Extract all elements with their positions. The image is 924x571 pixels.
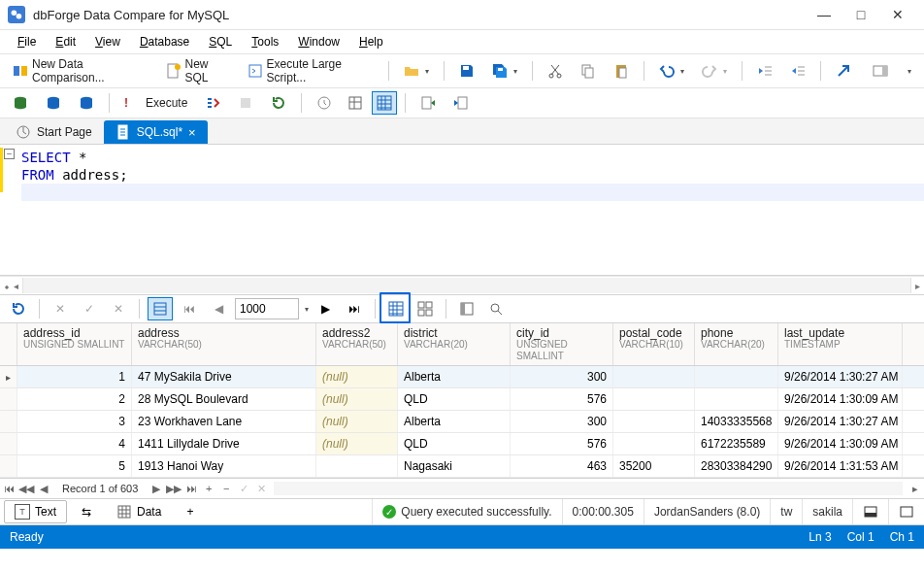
close-button[interactable]: ✕ (879, 0, 916, 29)
tab-start-page[interactable]: Start Page (4, 120, 104, 144)
col-address2[interactable]: address2 (322, 327, 391, 339)
table-row[interactable]: 323 Workhaven Lane(null)Alberta300140333… (0, 411, 924, 433)
view-grid-large-button[interactable] (372, 91, 397, 115)
execute-large-script-button[interactable]: Execute Large Script... (241, 58, 381, 84)
import-button[interactable] (446, 90, 476, 116)
table-row[interactable]: 228 MySQL Boulevard(null)QLD5769/26/2014… (0, 388, 924, 411)
toolbar-options-button[interactable]: ▾ (899, 58, 918, 84)
export-icon (420, 95, 436, 111)
btab-text[interactable]: T Text (4, 500, 67, 523)
menu-file[interactable]: File (8, 35, 46, 49)
menu-sql[interactable]: SQL (199, 35, 242, 49)
col-address_id[interactable]: address_id (23, 327, 125, 339)
btab-add[interactable]: + (176, 500, 204, 523)
debug-button[interactable]: ! (117, 90, 135, 116)
tab-close-button[interactable]: × (188, 125, 196, 140)
nav-prev-page[interactable]: ◀◀ (17, 480, 35, 497)
pivot-button[interactable] (454, 297, 479, 320)
cut-icon (547, 63, 563, 79)
compare-icon (13, 63, 28, 79)
run-3-button[interactable] (72, 90, 101, 116)
col-last_update[interactable]: last_update (784, 327, 896, 339)
page-size-input[interactable] (235, 298, 299, 319)
view-grid-small-button[interactable] (343, 91, 368, 115)
swap-icon: ⇆ (82, 505, 91, 519)
nav-next-page[interactable]: ▶▶ (165, 480, 182, 497)
stop-button[interactable] (231, 90, 260, 116)
nav-next[interactable]: ▶ (148, 480, 165, 497)
refresh-grid-button[interactable] (6, 297, 31, 320)
grid-view-button[interactable] (383, 297, 409, 320)
reject-edit-button[interactable]: ✕ (106, 297, 131, 320)
fold-marker[interactable]: − (4, 149, 15, 159)
col-phone[interactable]: phone (701, 327, 772, 339)
col-address[interactable]: address (138, 327, 310, 339)
redo-button[interactable]: ▾ (695, 58, 734, 84)
menu-help[interactable]: Help (349, 35, 393, 49)
editor-scroll-left[interactable]: ◂ (14, 281, 18, 291)
btab-swap[interactable]: ⇆ (71, 500, 102, 523)
find-button[interactable] (483, 297, 509, 320)
save-button[interactable] (452, 58, 481, 84)
table-row[interactable]: 41411 Lillydale Drive(null)QLD5766172235… (0, 433, 924, 455)
refresh-exec-button[interactable] (264, 90, 293, 116)
grid-scroll-right[interactable]: ▸ (907, 480, 924, 497)
col-district[interactable]: district (404, 327, 504, 339)
nav-del[interactable]: − (217, 480, 235, 497)
open-button[interactable]: ▾ (397, 58, 436, 84)
undo-button[interactable]: ▾ (652, 58, 691, 84)
cancel-edits-button[interactable]: ✕ (48, 297, 73, 320)
nav-ok[interactable]: ✓ (235, 480, 252, 497)
col-postal_code[interactable]: postal_code (619, 327, 688, 339)
hide-panel-button[interactable] (866, 58, 895, 84)
btab-data[interactable]: Data (106, 500, 172, 523)
paging-mode-button[interactable] (148, 297, 173, 320)
sql-editor[interactable]: − SELECT * FROM address; (0, 145, 924, 276)
tab-sql[interactable]: SQL.sql* × (104, 120, 208, 144)
nav-prev[interactable]: ◀ (35, 480, 52, 497)
menu-tools[interactable]: Tools (242, 35, 288, 49)
panel-toggle-1[interactable] (852, 499, 888, 524)
tab-sql-label: SQL.sql* (137, 125, 182, 139)
new-sql-button[interactable]: New SQL (159, 58, 237, 84)
paste-button[interactable] (607, 58, 636, 84)
editor-scroll-right[interactable]: ▸ (915, 281, 920, 291)
page-last-button[interactable]: ⏭ (342, 297, 367, 320)
grid-hscroll[interactable] (274, 482, 903, 495)
table-row[interactable]: 51913 Hanoi WayNagasaki46335200283033842… (0, 455, 924, 478)
maximize-button[interactable]: □ (842, 0, 879, 29)
nav-first[interactable]: ⏮ (0, 480, 17, 497)
menu-view[interactable]: View (85, 35, 130, 49)
card-view-button[interactable] (412, 297, 438, 320)
page-size-dd[interactable]: ▾ (305, 305, 309, 314)
minimize-button[interactable]: — (806, 0, 842, 29)
indent-less-button[interactable] (750, 58, 779, 84)
nav-last[interactable]: ⏭ (182, 480, 200, 497)
cut-button[interactable] (541, 58, 570, 84)
col-city_id[interactable]: city_id (516, 327, 607, 339)
run-1-button[interactable] (6, 90, 35, 116)
menu-database[interactable]: Database (130, 35, 199, 49)
page-prev-button[interactable]: ◀ (206, 297, 231, 320)
run-2-button[interactable] (39, 90, 68, 116)
table-row[interactable]: ▸147 MySakila Drive(null)Alberta3009/26/… (0, 366, 924, 388)
goto-button[interactable] (829, 58, 858, 84)
accept-edit-button[interactable]: ✓ (77, 297, 102, 320)
result-grid[interactable]: address_idUNSIGNED SMALLINT addressVARCH… (0, 323, 924, 479)
menu-edit[interactable]: Edit (46, 35, 85, 49)
nav-cancel[interactable]: ✕ (252, 480, 270, 497)
new-data-comparison-button[interactable]: New Data Comparison... (6, 58, 155, 84)
execute-button[interactable]: Execute (139, 90, 194, 116)
menu-window[interactable]: Window (288, 35, 349, 49)
history-button[interactable] (310, 90, 339, 116)
panel-toggle-2[interactable] (888, 499, 924, 524)
execute-step-button[interactable] (198, 90, 227, 116)
nav-add[interactable]: + (200, 480, 217, 497)
page-next-button[interactable]: ▶ (313, 297, 338, 320)
editor-scrollbar[interactable] (22, 278, 911, 293)
export-button[interactable] (413, 90, 443, 116)
copy-button[interactable] (574, 58, 603, 84)
indent-more-button[interactable] (783, 58, 812, 84)
save-all-button[interactable]: ▾ (485, 58, 524, 84)
page-first-button[interactable]: ⏮ (177, 297, 202, 320)
